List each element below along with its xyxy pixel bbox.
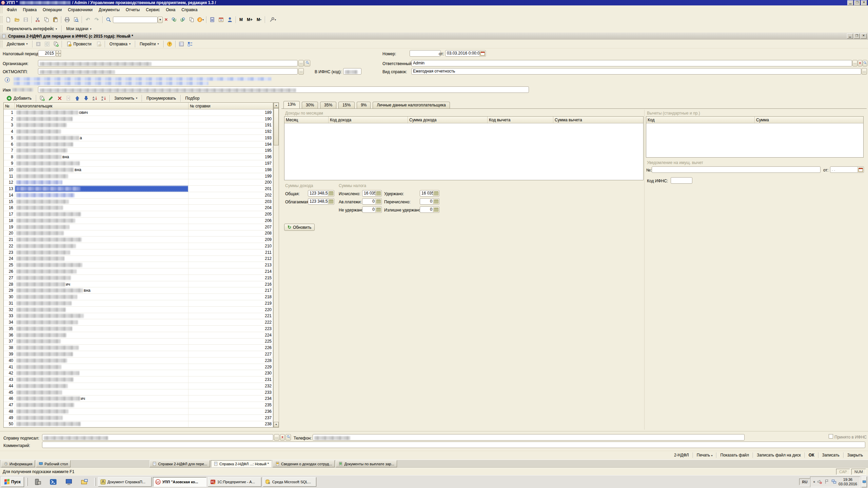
- table-row[interactable]: 38226: [4, 345, 273, 351]
- sort-descending-button[interactable]: [99, 94, 108, 103]
- doc-minimize-button[interactable]: ▁: [847, 34, 853, 39]
- write-button[interactable]: Записать: [819, 452, 843, 458]
- list-settings-button[interactable]: [177, 40, 186, 48]
- scroll-up-button[interactable]: ▲: [274, 103, 279, 108]
- refresh-button[interactable]: ↻Обновить: [284, 224, 315, 231]
- add-row-button[interactable]: Добавить: [3, 95, 35, 102]
- taxpayer-cell[interactable]: [15, 205, 189, 211]
- move-up-button[interactable]: [73, 94, 82, 103]
- taxpayer-cell[interactable]: [15, 415, 189, 421]
- fill-button[interactable]: Заполнить▾: [111, 95, 140, 102]
- notice-number-field[interactable]: [652, 166, 821, 173]
- taxpayer-cell[interactable]: [15, 256, 189, 262]
- number-field[interactable]: [410, 50, 441, 57]
- tab-personal-data[interactable]: Личные данные налогоплательщика: [373, 102, 450, 108]
- move-down-button[interactable]: [82, 94, 91, 103]
- advance-calc-button[interactable]: [375, 199, 381, 204]
- copy-result-button[interactable]: [187, 15, 196, 24]
- table-row[interactable]: 11199: [4, 173, 273, 180]
- responsible-open-button[interactable]: [863, 60, 867, 66]
- table-row[interactable]: 10вна198: [4, 167, 273, 173]
- copy-row-button[interactable]: [38, 94, 46, 103]
- taskbar-window-document[interactable]: Документ СправкаП...: [98, 477, 152, 487]
- tab-13-percent[interactable]: 13%: [283, 101, 300, 108]
- oktmo-field[interactable]: [38, 68, 298, 75]
- income-col-income-sum[interactable]: Сумма дохода: [408, 117, 488, 123]
- taxpayer-cell[interactable]: [15, 358, 189, 364]
- save-close-button[interactable]: [34, 40, 43, 48]
- open-button[interactable]: [13, 15, 21, 24]
- taxable-field[interactable]: 123 348,51: [308, 198, 334, 205]
- delete-row-button[interactable]: [55, 94, 64, 103]
- reread-button[interactable]: [43, 40, 52, 48]
- table-row[interactable]: 46ич234: [4, 395, 273, 402]
- quicklaunch-separator[interactable]: [26, 478, 28, 486]
- taxpayer-cell[interactable]: ович: [15, 109, 189, 116]
- taxpayer-cell[interactable]: [15, 230, 189, 237]
- search-input[interactable]: [113, 17, 158, 23]
- table-row[interactable]: 19207: [4, 224, 273, 230]
- table-row[interactable]: 9197: [4, 160, 273, 167]
- window-tab-certificate-current[interactable]: Справка 2-НДФЛ ...: Новый *: [211, 460, 272, 467]
- quicklaunch-computer-icon[interactable]: [64, 477, 73, 486]
- table-row[interactable]: 21209: [4, 237, 273, 243]
- memory-add-button[interactable]: М+: [245, 15, 255, 24]
- tab-35-percent[interactable]: 35%: [320, 102, 336, 108]
- quicklaunch-device-icon[interactable]: [33, 477, 42, 486]
- taxpayer-cell[interactable]: [15, 192, 189, 198]
- taxpayer-cell[interactable]: [15, 275, 189, 281]
- income-table[interactable]: Месяц Код дохода Сумма дохода Код вычета…: [284, 116, 644, 180]
- clock[interactable]: 19:3603.03.2016: [839, 477, 857, 486]
- taxpayer-cell[interactable]: [15, 300, 189, 306]
- signed-by-field[interactable]: [42, 434, 273, 441]
- cut-button[interactable]: [33, 15, 42, 24]
- taxpayer-cell[interactable]: а: [15, 135, 189, 141]
- ndfl-button[interactable]: 2-НДФЛ: [671, 452, 692, 458]
- ok-button[interactable]: ОК: [806, 452, 817, 458]
- taxpayer-cell[interactable]: [15, 186, 189, 192]
- taxpayer-cell[interactable]: [15, 237, 189, 243]
- taskbar-window-sql[interactable]: Среда Microsoft SQL...: [263, 477, 316, 487]
- date-calendar-button[interactable]: [479, 51, 485, 56]
- tax-period-spinner[interactable]: ▲▼: [56, 50, 61, 57]
- table-row[interactable]: 35223: [4, 326, 273, 332]
- table-row[interactable]: 37225: [4, 339, 273, 345]
- taxpayer-cell[interactable]: [15, 339, 189, 345]
- structure-settings-button[interactable]: [186, 40, 195, 48]
- taxpayer-cell[interactable]: [15, 370, 189, 376]
- table-row[interactable]: 24212: [4, 256, 273, 262]
- find-previous-button[interactable]: [178, 15, 187, 24]
- notice-date-calendar-button[interactable]: [857, 167, 863, 172]
- table-row[interactable]: 31219: [4, 300, 273, 307]
- taxpayer-cell[interactable]: [15, 377, 189, 383]
- accepted-checkbox[interactable]: [829, 434, 833, 439]
- taxpayer-cell[interactable]: [15, 332, 189, 338]
- table-row[interactable]: 2190: [4, 116, 273, 122]
- transferred-field[interactable]: 0: [420, 198, 439, 205]
- doc-close-button[interactable]: ✕: [861, 34, 867, 39]
- table-row[interactable]: 42230: [4, 370, 273, 377]
- over-withheld-field[interactable]: 0: [420, 206, 439, 213]
- table-row[interactable]: 4192: [4, 128, 273, 135]
- table-row[interactable]: 25213: [4, 262, 273, 268]
- search-dropdown-button[interactable]: ▾: [158, 17, 163, 23]
- send-button[interactable]: Отправка▾: [106, 41, 134, 47]
- column-header-taxpayer[interactable]: Налогоплательщик: [15, 103, 189, 109]
- my-tasks-button[interactable]: Мои задачи▾: [63, 25, 94, 32]
- switch-interface-button[interactable]: Переключить интерфейс▾: [4, 25, 60, 32]
- taxpayer-cell[interactable]: [15, 173, 189, 179]
- menu-reports[interactable]: Отчеты: [123, 6, 143, 13]
- income-col-deduction-code[interactable]: Код вычета: [488, 117, 553, 123]
- maximize-button[interactable]: ❐: [854, 0, 860, 5]
- quicklaunch-powershell-icon[interactable]: [49, 477, 58, 486]
- pick-button[interactable]: Подбор: [182, 95, 202, 102]
- table-row[interactable]: 13201: [4, 186, 273, 192]
- table-row[interactable]: 45233: [4, 389, 273, 396]
- taxpayer-cell[interactable]: [15, 148, 189, 154]
- responsible-clear-button[interactable]: x: [858, 60, 862, 66]
- taxpayer-cell[interactable]: [15, 389, 189, 395]
- table-row[interactable]: 33221: [4, 313, 273, 320]
- user-monitor-button[interactable]: [225, 15, 234, 24]
- menu-grip[interactable]: [1, 6, 2, 13]
- window-tab-payment-docs[interactable]: Документы по выплате зар...: [336, 460, 397, 467]
